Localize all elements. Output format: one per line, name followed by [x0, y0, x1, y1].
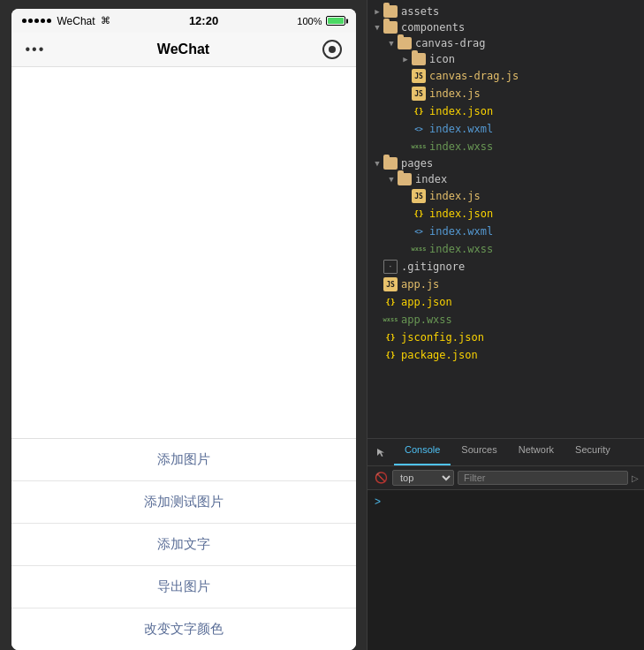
js-file-icon: JS — [412, 189, 426, 203]
battery-pct-label: 100% — [297, 16, 322, 26]
tree-item[interactable]: wxss index.wxss — [367, 138, 644, 155]
tree-arrow-empty — [399, 140, 412, 153]
scope-select[interactable]: top — [392, 470, 454, 486]
wechat-title: WeChat — [61, 42, 307, 57]
phone-frame: WeChat ⌘ 12:20 100% ••• WeChat — [11, 9, 356, 650]
tree-item[interactable]: JS index.js — [367, 85, 644, 102]
folder-icon — [398, 173, 412, 185]
no-entry-button[interactable]: 🚫 — [373, 470, 389, 486]
tree-item[interactable]: components — [367, 19, 644, 35]
tree-arrow-empty — [399, 190, 412, 202]
devtools-tabs: Console Sources Network Security — [367, 439, 644, 466]
tree-item-name: index.js — [429, 87, 481, 100]
tree-item[interactable]: JS app.js — [367, 276, 644, 293]
add-text-button[interactable]: 添加文字 — [11, 524, 356, 566]
tree-arrow-empty — [399, 123, 412, 135]
tab-security[interactable]: Security — [564, 439, 621, 465]
tree-item[interactable]: assets — [367, 4, 644, 19]
signal-dot-4 — [41, 19, 45, 23]
devtools-toolbar: 🚫 top ▷ — [367, 466, 644, 490]
tree-item[interactable]: {} package.json — [367, 346, 644, 364]
wechat-header: ••• WeChat — [11, 33, 356, 67]
record-button[interactable] — [322, 40, 342, 59]
tab-sources[interactable]: Sources — [451, 439, 507, 465]
wxss-file-icon: wxss — [412, 140, 426, 154]
tree-arrow-empty — [399, 243, 412, 255]
folder-icon — [383, 21, 398, 34]
record-dot — [329, 46, 336, 53]
folder-icon — [383, 157, 398, 170]
console-input[interactable] — [384, 495, 637, 508]
scope-select-wrapper: top — [392, 470, 454, 486]
tree-item[interactable]: · .gitignore — [367, 258, 644, 276]
tab-network[interactable]: Network — [508, 439, 564, 465]
change-text-color-button[interactable]: 改变文字颜色 — [11, 608, 356, 650]
phone-panel: WeChat ⌘ 12:20 100% ••• WeChat — [0, 0, 367, 650]
tree-item-name: index.wxss — [429, 140, 493, 153]
tree-arrow-empty — [399, 208, 412, 220]
tree-arrow-empty — [371, 278, 383, 291]
signal-dot-2 — [28, 19, 33, 23]
tree-item-name: pages — [401, 157, 433, 170]
tree-item[interactable]: {} index.json — [367, 102, 644, 120]
canvas-area — [11, 67, 356, 438]
tree-item[interactable]: index — [367, 171, 644, 187]
battery-fill — [328, 18, 344, 24]
carrier-label: WeChat — [57, 15, 95, 27]
tree-item-name: package.json — [401, 349, 478, 361]
dots-left: ••• — [26, 42, 61, 57]
tree-arrow-empty — [399, 225, 412, 238]
tree-item-name: index.wxss — [429, 243, 493, 255]
tree-item-name: components — [401, 21, 465, 34]
tab-console[interactable]: Console — [394, 439, 451, 465]
wifi-icon: ⌘ — [101, 15, 110, 26]
tree-item[interactable]: {} jsconfig.json — [367, 329, 644, 346]
tree-item[interactable]: wxss app.wxss — [367, 311, 644, 329]
add-test-image-button[interactable]: 添加测试图片 — [11, 481, 356, 524]
tree-item-name: assets — [401, 5, 439, 18]
tree-arrow-collapsed — [399, 53, 412, 65]
tree-item-name: icon — [429, 53, 455, 65]
generic-file-icon: · — [383, 260, 398, 274]
tree-arrow-empty — [371, 331, 383, 344]
tree-item-name: index.wxml — [429, 123, 493, 135]
console-filter-input[interactable] — [458, 471, 628, 485]
js-file-icon: JS — [412, 87, 426, 101]
export-image-button[interactable]: 导出图片 — [11, 566, 356, 608]
signal-dot-5 — [47, 19, 51, 23]
tree-item[interactable]: icon — [367, 51, 644, 67]
tree-item[interactable]: {} index.json — [367, 205, 644, 223]
tree-item[interactable]: JS canvas-drag.js — [367, 67, 644, 85]
tree-item[interactable]: pages — [367, 155, 644, 171]
js-file-icon: JS — [383, 277, 398, 291]
signal-dot-3 — [34, 19, 39, 23]
wxss-file-icon: wxss — [383, 313, 398, 327]
tree-item[interactable]: <> index.wxml — [367, 120, 644, 138]
tree-item[interactable]: <> index.wxml — [367, 223, 644, 240]
tree-arrow-empty — [371, 261, 383, 273]
tree-item-name: .gitignore — [401, 261, 465, 273]
tree-arrow-expanded — [371, 21, 383, 34]
file-tree: assets components canvas-drag icon JS ca… — [367, 0, 644, 367]
console-content: > — [367, 490, 644, 650]
tree-item[interactable]: JS index.js — [367, 187, 644, 205]
tree-arrow-empty — [371, 349, 383, 361]
status-bar: WeChat ⌘ 12:20 100% — [11, 9, 356, 33]
devtools-cursor-icon[interactable] — [367, 439, 394, 465]
tree-item[interactable]: {} app.json — [367, 293, 644, 311]
tree-arrow-empty — [399, 70, 412, 82]
tree-item-name: index.json — [429, 208, 493, 220]
status-time: 12:20 — [189, 14, 218, 27]
tree-item[interactable]: canvas-drag — [367, 35, 644, 51]
tree-item-name: index — [415, 173, 447, 185]
tree-arrow-empty — [399, 87, 412, 100]
add-image-button[interactable]: 添加图片 — [11, 439, 356, 481]
action-buttons: 添加图片 添加测试图片 添加文字 导出图片 改变文字颜色 — [11, 439, 356, 650]
right-panel: assets components canvas-drag icon JS ca… — [367, 0, 644, 650]
tree-arrow-expanded — [385, 37, 398, 49]
tree-item-name: index.json — [429, 105, 493, 117]
signal-dot-1 — [22, 19, 27, 23]
folder-icon — [398, 37, 412, 49]
tree-item-name: app.json — [401, 296, 452, 308]
tree-item[interactable]: wxss index.wxss — [367, 240, 644, 258]
